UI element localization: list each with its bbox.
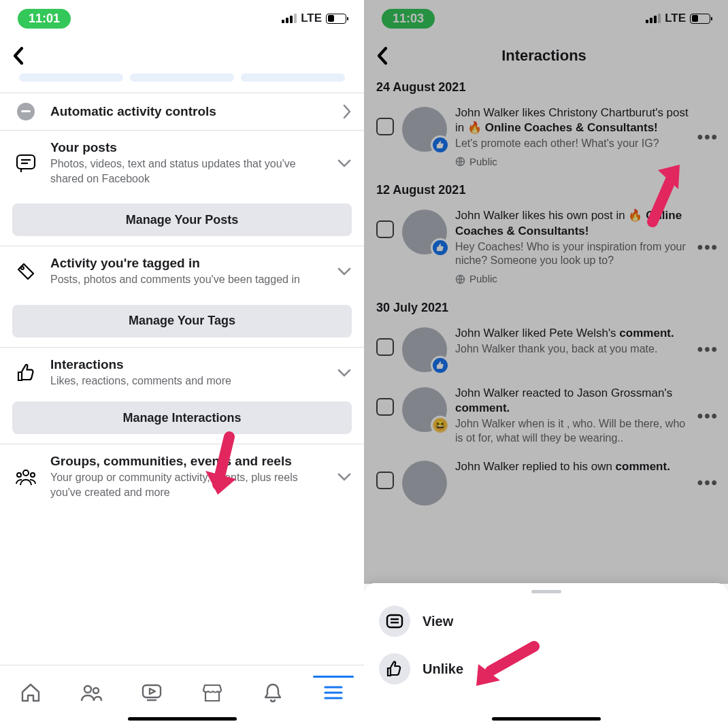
chevron-down-icon <box>337 472 352 482</box>
manage-tags-button[interactable]: Manage Your Tags <box>12 305 352 337</box>
date-header: 12 August 2021 <box>364 175 728 201</box>
checkbox[interactable] <box>376 118 394 135</box>
row-subtitle: Your group or community activity, events… <box>50 470 326 499</box>
chevron-right-icon <box>342 103 352 120</box>
unlike-icon <box>379 653 410 684</box>
sheet-unlike-label: Unlike <box>423 661 463 677</box>
date-header: 24 August 2021 <box>364 72 728 99</box>
svg-rect-0 <box>17 155 35 169</box>
avatar <box>402 210 447 254</box>
row-your-posts[interactable]: Your posts Photos, videos, text and stat… <box>0 131 364 195</box>
interaction-text: John Walker likes Christony Chartburut's… <box>455 105 689 168</box>
svg-point-7 <box>84 686 91 693</box>
sheet-grabber[interactable] <box>531 590 561 593</box>
more-options-icon[interactable]: ••• <box>697 340 718 359</box>
more-options-icon[interactable]: ••• <box>697 473 718 492</box>
status-bar: 11:03 LTE <box>364 0 728 37</box>
manage-posts-button[interactable]: Manage Your Posts <box>12 203 352 236</box>
sheet-unlike[interactable]: Unlike <box>364 645 728 693</box>
avatar: 😆 <box>402 387 447 432</box>
svg-rect-9 <box>143 685 161 697</box>
svg-point-8 <box>93 688 99 693</box>
back-button[interactable] <box>12 46 24 65</box>
signal-icon <box>646 14 661 23</box>
like-badge-icon <box>431 135 450 154</box>
time-pill: 11:03 <box>382 9 435 29</box>
avatar <box>402 461 447 506</box>
checkbox[interactable] <box>376 220 394 238</box>
row-tagged[interactable]: Activity you're tagged in Posts, photos … <box>0 246 364 297</box>
header <box>0 37 364 72</box>
row-subtitle: Photos, videos, text and status updates … <box>50 156 326 186</box>
view-icon <box>379 606 410 637</box>
row-auto-activity[interactable]: Automatic activity controls <box>0 93 364 130</box>
avatar <box>402 107 447 152</box>
svg-point-3 <box>21 267 24 269</box>
row-title: Groups, communities, events and reels <box>50 454 326 469</box>
interaction-text: John Walker liked Pete Welsh's comment.J… <box>455 326 689 357</box>
date-header: 30 July 2021 <box>364 293 728 319</box>
interaction-row[interactable]: John Walker likes his own post in 🔥 Onli… <box>364 201 728 292</box>
more-options-icon[interactable]: ••• <box>697 237 718 257</box>
row-title: Interactions <box>50 357 326 372</box>
bottom-sheet: View Unlike <box>364 583 728 726</box>
more-options-icon[interactable]: ••• <box>697 127 718 146</box>
sheet-view[interactable]: View <box>364 597 728 645</box>
battery-icon <box>326 14 346 24</box>
tab-home[interactable] <box>10 674 51 703</box>
filter-pills <box>0 72 364 93</box>
checkbox[interactable] <box>376 398 394 416</box>
checkbox[interactable] <box>376 472 394 489</box>
tab-notifications[interactable] <box>252 674 293 703</box>
laugh-badge-icon: 😆 <box>431 416 450 435</box>
page-title: Interactions <box>372 47 716 65</box>
pill[interactable] <box>241 73 345 82</box>
avatar <box>402 327 447 372</box>
interaction-text: John Walker replied to his own comment. <box>455 459 689 474</box>
checkbox[interactable] <box>376 338 394 356</box>
tab-friends[interactable] <box>71 675 112 702</box>
row-groups[interactable]: Groups, communities, events and reels Yo… <box>0 444 364 509</box>
tab-watch[interactable] <box>131 675 172 702</box>
svg-point-4 <box>23 470 29 476</box>
tag-icon <box>12 261 39 282</box>
row-title: Your posts <box>50 140 326 155</box>
network-label: LTE <box>301 12 322 25</box>
network-label: LTE <box>665 12 686 25</box>
battery-icon <box>690 14 710 24</box>
interaction-row[interactable]: John Walker liked Pete Welsh's comment.J… <box>364 319 728 379</box>
svg-point-5 <box>17 473 21 477</box>
interaction-row[interactable]: John Walker likes Christony Chartburut's… <box>364 99 728 175</box>
interaction-text: John Walker likes his own post in 🔥 Onli… <box>455 208 689 285</box>
interaction-row[interactable]: John Walker replied to his own comment.•… <box>364 452 728 512</box>
row-subtitle: Likes, reactions, comments and more <box>50 374 326 389</box>
pill[interactable] <box>19 73 123 82</box>
post-icon <box>12 154 39 173</box>
chevron-down-icon <box>337 159 352 168</box>
row-title: Activity you're tagged in <box>50 256 326 271</box>
status-right: LTE <box>646 12 710 25</box>
like-icon <box>12 363 39 383</box>
more-options-icon[interactable]: ••• <box>697 406 718 425</box>
groups-icon <box>12 467 39 486</box>
chevron-down-icon <box>337 368 352 378</box>
tab-menu[interactable] <box>313 676 354 701</box>
row-title: Automatic activity controls <box>50 104 331 119</box>
tab-marketplace[interactable] <box>192 674 233 703</box>
home-indicator <box>128 717 237 721</box>
like-badge-icon <box>431 356 450 375</box>
svg-point-6 <box>31 473 35 477</box>
home-indicator <box>492 717 601 721</box>
time-pill: 11:01 <box>18 9 71 29</box>
sheet-view-label: View <box>423 614 453 629</box>
manage-interactions-button[interactable]: Manage Interactions <box>12 401 352 434</box>
like-badge-icon <box>431 238 450 257</box>
signal-icon <box>282 14 297 23</box>
pill[interactable] <box>130 73 234 82</box>
svg-rect-16 <box>387 615 402 627</box>
header: Interactions <box>364 37 728 72</box>
minus-circle-icon <box>17 103 35 120</box>
row-interactions[interactable]: Interactions Likes, reactions, comments … <box>0 348 364 394</box>
interaction-row[interactable]: 😆John Walker reacted to Jason Grossman's… <box>364 379 728 452</box>
interaction-text: John Walker reacted to Jason Grossman's … <box>455 386 689 446</box>
